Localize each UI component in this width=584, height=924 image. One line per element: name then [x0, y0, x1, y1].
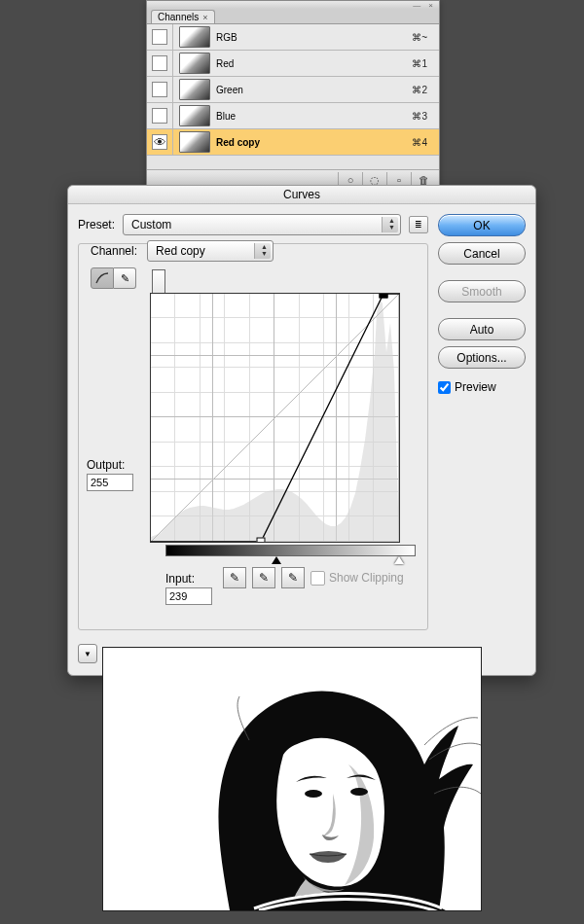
channel-row[interactable]: Blue ⌘3: [147, 103, 439, 129]
pencil-tool-button[interactable]: ✎: [114, 267, 136, 289]
channel-empty-area: [147, 156, 439, 169]
channel-row[interactable]: RGB ⌘~: [147, 24, 439, 51]
channel-row[interactable]: Red ⌘1: [147, 51, 439, 77]
ok-label: OK: [473, 219, 490, 232]
auto-button[interactable]: Auto: [438, 318, 526, 340]
gray-eyedropper-button[interactable]: ✎: [252, 567, 275, 588]
panel-tabs: Channels ×: [147, 9, 439, 24]
pencil-icon: ✎: [121, 272, 129, 285]
eyedropper-icon: ✎: [259, 571, 269, 585]
channel-shortcut: ⌘1: [412, 58, 439, 69]
show-clipping-row[interactable]: Show Clipping: [310, 571, 404, 586]
channel-value: Red copy: [156, 244, 205, 258]
input-gradient: [165, 545, 416, 556]
options-label: Options...: [456, 351, 506, 365]
channel-name: RGB: [216, 32, 412, 43]
eyedropper-icon: ✎: [230, 571, 239, 585]
channel-name: Red: [216, 58, 412, 69]
smooth-button[interactable]: Smooth: [438, 280, 526, 302]
output-label: Output:: [87, 458, 133, 472]
channel-thumb: [179, 79, 210, 100]
preset-dropdown[interactable]: Custom ▲▼: [123, 214, 401, 235]
white-point-slider[interactable]: [394, 556, 404, 564]
visibility-toggle[interactable]: [147, 51, 173, 76]
eye-icon: 👁: [154, 136, 166, 149]
preview-checkbox[interactable]: [438, 381, 451, 394]
panel-titlebar: — ×: [147, 1, 439, 9]
channel-row[interactable]: Green ⌘2: [147, 77, 439, 103]
black-eyedropper-button[interactable]: ✎: [223, 567, 246, 588]
result-preview: [102, 647, 482, 911]
visibility-toggle[interactable]: [147, 103, 173, 128]
curve-tool-button[interactable]: [91, 267, 114, 289]
channel-thumb: [179, 105, 210, 126]
cancel-label: Cancel: [463, 247, 499, 261]
channel-label: Channel:: [87, 244, 141, 258]
channel-name: Green: [216, 85, 412, 95]
channel-thumb: [179, 131, 210, 153]
channel-shortcut: ⌘2: [412, 85, 439, 95]
tab-channels[interactable]: Channels ×: [151, 10, 215, 23]
channel-shortcut: ⌘3: [412, 111, 439, 122]
close-icon[interactable]: ×: [428, 1, 433, 10]
channel-dropdown[interactable]: Red copy ▲▼: [147, 240, 274, 262]
show-clipping-label: Show Clipping: [329, 571, 404, 585]
svg-point-1: [305, 790, 322, 798]
visibility-toggle[interactable]: 👁: [147, 129, 173, 155]
curve-lines: [151, 294, 399, 542]
curves-dialog: Curves Preset: Custom ▲▼ ≣ Channel: Red …: [67, 185, 536, 676]
black-point-slider[interactable]: [272, 556, 281, 564]
preset-label: Preset:: [78, 218, 115, 231]
channel-name: Blue: [216, 111, 412, 122]
channels-panel: — × Channels × RGB ⌘~ Red ⌘1 Green ⌘2 Bl…: [146, 0, 440, 191]
show-clipping-checkbox[interactable]: [310, 571, 325, 586]
tab-label: Channels: [158, 12, 199, 22]
tab-close-icon[interactable]: ×: [202, 13, 207, 22]
curve-tool-icon: [95, 272, 109, 284]
minimize-icon[interactable]: —: [413, 1, 420, 10]
visibility-toggle[interactable]: [147, 24, 173, 50]
curve-group: Channel: Red copy ▲▼ ✎: [78, 243, 428, 630]
auto-label: Auto: [470, 323, 494, 337]
svg-line-0: [151, 294, 399, 542]
output-block: Output:: [87, 458, 133, 491]
disclosure-button[interactable]: ▼: [78, 644, 97, 663]
svg-point-2: [350, 788, 368, 796]
options-button[interactable]: Options...: [438, 346, 526, 369]
channel-name: Red copy: [216, 137, 412, 148]
cancel-button[interactable]: Cancel: [438, 242, 526, 265]
preset-value: Custom: [131, 218, 171, 231]
channel-thumb: [179, 26, 210, 48]
preview-label: Preview: [455, 380, 496, 394]
dialog-title: Curves: [68, 186, 535, 204]
white-eyedropper-button[interactable]: ✎: [281, 567, 305, 588]
eyedropper-icon: ✎: [288, 571, 298, 585]
channel-shortcut: ⌘4: [412, 137, 439, 148]
channel-row[interactable]: 👁 Red copy ⌘4: [147, 129, 439, 156]
curve-point-highlight[interactable]: [380, 293, 388, 299]
ok-button[interactable]: OK: [438, 214, 526, 236]
channel-thumb: [179, 53, 210, 74]
curve-point-shadow[interactable]: [257, 538, 266, 544]
smooth-label: Smooth: [461, 285, 501, 299]
preview-row[interactable]: Preview: [438, 380, 526, 394]
preset-menu-icon[interactable]: ≣: [409, 216, 428, 233]
output-field[interactable]: [87, 474, 133, 491]
channel-shortcut: ⌘~: [412, 32, 439, 43]
curve-grid[interactable]: [150, 293, 400, 543]
visibility-toggle[interactable]: [147, 77, 173, 102]
input-field[interactable]: [165, 587, 212, 605]
